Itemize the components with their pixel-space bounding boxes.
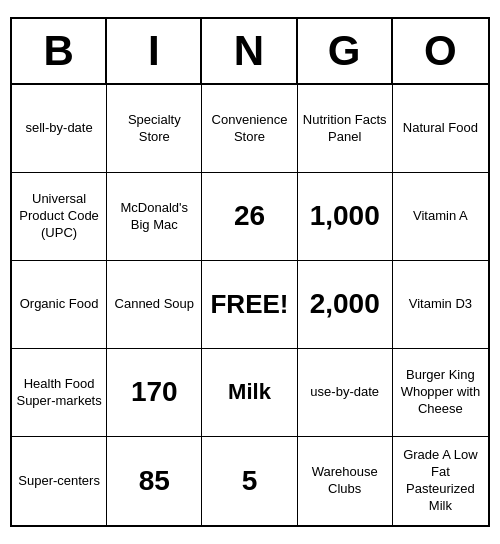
bingo-cell: Health Food Super-markets	[12, 349, 107, 437]
bingo-cell: Burger King Whopper with Cheese	[393, 349, 488, 437]
bingo-cell: use-by-date	[298, 349, 393, 437]
bingo-header: BINGO	[12, 19, 488, 85]
bingo-cell: 2,000	[298, 261, 393, 349]
header-letter: O	[393, 19, 488, 83]
header-letter: G	[298, 19, 393, 83]
header-letter: B	[12, 19, 107, 83]
bingo-cell: Natural Food	[393, 85, 488, 173]
header-letter: N	[202, 19, 297, 83]
bingo-cell: sell-by-date	[12, 85, 107, 173]
bingo-cell: Grade A Low Fat Pasteurized Milk	[393, 437, 488, 525]
bingo-cell: 1,000	[298, 173, 393, 261]
bingo-cell: Canned Soup	[107, 261, 202, 349]
bingo-cell: Vitamin A	[393, 173, 488, 261]
bingo-cell: 170	[107, 349, 202, 437]
bingo-cell: Milk	[202, 349, 297, 437]
bingo-cell: McDonald's Big Mac	[107, 173, 202, 261]
bingo-card: BINGO sell-by-dateSpecialty StoreConveni…	[10, 17, 490, 527]
bingo-cell: FREE!	[202, 261, 297, 349]
bingo-cell: Super-centers	[12, 437, 107, 525]
bingo-cell: 26	[202, 173, 297, 261]
bingo-cell: Warehouse Clubs	[298, 437, 393, 525]
bingo-cell: Convenience Store	[202, 85, 297, 173]
header-letter: I	[107, 19, 202, 83]
bingo-cell: Vitamin D3	[393, 261, 488, 349]
bingo-cell: Nutrition Facts Panel	[298, 85, 393, 173]
bingo-cell: Specialty Store	[107, 85, 202, 173]
bingo-cell: 5	[202, 437, 297, 525]
bingo-grid: sell-by-dateSpecialty StoreConvenience S…	[12, 85, 488, 525]
bingo-cell: Universal Product Code (UPC)	[12, 173, 107, 261]
bingo-cell: 85	[107, 437, 202, 525]
bingo-cell: Organic Food	[12, 261, 107, 349]
